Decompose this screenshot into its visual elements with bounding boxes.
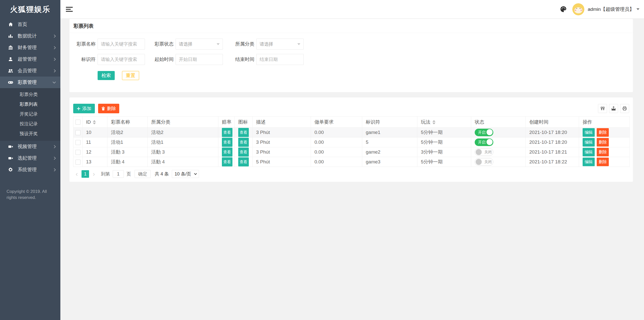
- view-icon-button[interactable]: 查看: [238, 157, 249, 166]
- row-delete-button[interactable]: 删除: [597, 138, 609, 147]
- sort-icon[interactable]: [432, 120, 435, 124]
- end-date-input[interactable]: [256, 54, 304, 65]
- sidebar-subitem-lottery-category[interactable]: 彩票分类: [0, 90, 60, 99]
- cell-desc: 3 Phút: [253, 128, 311, 137]
- sidebar-item-stats[interactable]: 数据统计: [0, 30, 60, 42]
- view-odds-button[interactable]: 查看: [222, 138, 232, 147]
- page-size-select[interactable]: 10 条/页: [172, 170, 199, 178]
- home-icon: [8, 22, 14, 27]
- cell-requirement: 0.00: [311, 128, 362, 137]
- edit-button[interactable]: 编辑: [583, 138, 595, 147]
- row-checkbox[interactable]: [75, 140, 80, 145]
- prev-page-button[interactable]: ‹: [73, 170, 80, 178]
- export-button[interactable]: [609, 104, 618, 113]
- page-size-value: 10 条/页: [175, 171, 191, 177]
- view-icon-button[interactable]: 查看: [238, 148, 249, 157]
- theme-palette-icon[interactable]: [560, 6, 567, 13]
- user-menu[interactable]: admin【超级管理员】: [588, 6, 639, 13]
- cell-category: 活动1: [148, 137, 218, 147]
- edit-button[interactable]: 编辑: [583, 128, 595, 137]
- lottery-status-select[interactable]: 请选择: [176, 39, 223, 50]
- avatar[interactable]: [572, 3, 584, 15]
- edit-button[interactable]: 编辑: [583, 158, 595, 166]
- delete-button[interactable]: 删除: [98, 104, 119, 113]
- sidebar-item-label: 选妃管理: [18, 155, 37, 161]
- export-icon: [611, 106, 616, 111]
- col-id[interactable]: ID: [83, 117, 107, 128]
- sidebar-item-members[interactable]: 会员管理: [0, 65, 60, 77]
- goto-suffix: 页: [127, 171, 131, 177]
- sidebar-subitem-bet-records[interactable]: 投注记录: [0, 119, 60, 129]
- sidebar-item-concubine[interactable]: 选妃管理: [0, 152, 60, 164]
- sidebar-item-finance[interactable]: 财务管理: [0, 42, 60, 53]
- view-icon-button[interactable]: 查看: [238, 128, 249, 137]
- sidebar-item-home[interactable]: 首页: [0, 19, 60, 30]
- identifier-input[interactable]: [98, 54, 145, 65]
- status-toggle[interactable]: 开启: [475, 129, 493, 136]
- category-select[interactable]: 请选择: [256, 39, 304, 50]
- row-delete-button[interactable]: 删除: [597, 128, 609, 137]
- row-checkbox[interactable]: [75, 160, 80, 165]
- sidebar-item-video[interactable]: 视频管理: [0, 141, 60, 152]
- goto-page-input[interactable]: [113, 170, 124, 178]
- start-date-input[interactable]: [176, 54, 223, 65]
- view-odds-button[interactable]: 查看: [222, 157, 232, 166]
- end-time-label: 结束时间: [235, 56, 254, 63]
- edit-button[interactable]: 编辑: [583, 148, 595, 156]
- sort-icon[interactable]: [93, 120, 96, 124]
- gear-icon: [8, 167, 14, 172]
- sidebar-item-system[interactable]: 系统管理: [0, 164, 60, 175]
- row-delete-button[interactable]: 删除: [597, 148, 609, 156]
- col-play[interactable]: 玩法: [417, 117, 471, 128]
- next-page-button[interactable]: ›: [90, 170, 97, 178]
- chevron-right-icon: [53, 34, 56, 38]
- topbar: admin【超级管理员】: [60, 0, 644, 19]
- print-button[interactable]: [620, 104, 629, 113]
- select-all-checkbox[interactable]: [75, 120, 80, 125]
- row-delete-button[interactable]: 删除: [597, 158, 609, 166]
- toggle-knob: [476, 159, 482, 165]
- sidebar-item-superadmin[interactable]: 超管管理: [0, 53, 60, 65]
- sidebar-item-label: 会员管理: [18, 67, 37, 74]
- view-icon-button[interactable]: 查看: [238, 138, 249, 147]
- col-created: 创建时间: [526, 117, 579, 128]
- add-button[interactable]: 添加: [73, 104, 95, 113]
- reset-button[interactable]: 重置: [122, 71, 139, 80]
- filter-columns-button[interactable]: [598, 104, 607, 113]
- col-requirement: 做单要求: [311, 117, 362, 128]
- sidebar-subitem-preset-draw[interactable]: 预设开奖: [0, 129, 60, 139]
- view-odds-button[interactable]: 查看: [222, 128, 232, 137]
- table-header-row: ID 彩票名称 所属分类 赔率 图标 描述 做单要求 标识符 玩法 状态 创建时…: [73, 117, 630, 128]
- table-row: 10 活动2 活动2 查看 查看 3 Phút 0.00 game1 5分钟一期…: [73, 128, 630, 137]
- search-card: 彩票列表 彩票名称 彩票状态 请选择 所属分类 请选择 标识符 起始时间: [69, 19, 633, 92]
- status-toggle[interactable]: 关闭: [475, 148, 493, 156]
- total-count: 共 4 条: [155, 171, 169, 177]
- sidebar-item-label: 彩票管理: [18, 79, 37, 86]
- view-odds-button[interactable]: 查看: [222, 148, 232, 157]
- sidebar-item-label: 首页: [18, 21, 27, 28]
- cell-play: 5分钟一期: [417, 128, 471, 137]
- page-number-button[interactable]: 1: [82, 170, 89, 178]
- sidebar-subitem-lottery-list[interactable]: 彩票列表: [0, 99, 60, 109]
- hamburger-bar: [66, 11, 73, 12]
- col-desc: 描述: [253, 117, 311, 128]
- search-form: 彩票名称 彩票状态 请选择 所属分类 请选择 标识符 起始时间 结束时间: [69, 33, 633, 92]
- goto-confirm-button[interactable]: 确定: [135, 170, 151, 178]
- cell-desc: 3 Phút: [253, 137, 311, 147]
- toggle-knob: [487, 129, 493, 135]
- lottery-status-label: 彩票状态: [154, 41, 174, 47]
- lottery-name-label: 彩票名称: [73, 41, 96, 47]
- lottery-name-input[interactable]: [98, 39, 145, 50]
- row-checkbox[interactable]: [75, 150, 80, 155]
- cell-identifier: 5: [362, 137, 417, 147]
- menu-toggle-icon[interactable]: [66, 7, 73, 12]
- cell-desc: 3 Phút: [253, 147, 311, 157]
- sidebar-item-lottery[interactable]: 彩票管理: [0, 77, 60, 88]
- hamburger-bar: [66, 7, 73, 8]
- video-camera-icon: [8, 144, 14, 149]
- row-checkbox[interactable]: [75, 130, 80, 135]
- sidebar-subitem-draw-records[interactable]: 开奖记录: [0, 109, 60, 119]
- status-toggle[interactable]: 开启: [475, 138, 493, 146]
- status-toggle[interactable]: 关闭: [475, 158, 493, 166]
- search-button[interactable]: 检索: [98, 71, 115, 80]
